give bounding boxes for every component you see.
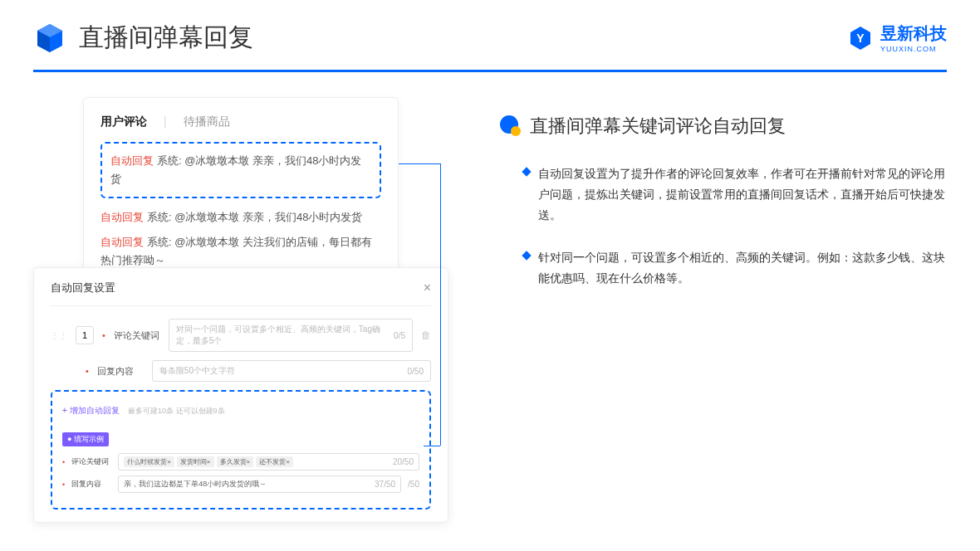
logo-subtitle: YUUXIN.COM <box>880 45 947 53</box>
speech-bubble-icon <box>498 115 522 138</box>
example-content-label: 回复内容 <box>71 479 111 490</box>
reply-item: 自动回复系统: @冰墩墩本墩 关注我们的店铺，每日都有热门推荐呦～ <box>100 233 381 270</box>
keyword-tag[interactable]: 还不发货× <box>256 456 293 467</box>
screenshot-panel: 用户评论 | 待播商品 自动回复系统: @冰墩墩本墩 亲亲，我们48小时内发货 … <box>33 97 465 512</box>
required-mark: • <box>62 458 65 466</box>
required-mark: • <box>86 366 89 376</box>
connector-line <box>399 163 440 164</box>
svg-text:Y: Y <box>856 32 865 45</box>
reply-item: 自动回复系统: @冰墩墩本墩 亲亲，我们48小时内发货 <box>110 152 371 188</box>
cube-icon <box>33 22 66 55</box>
page-header: 直播间弹幕回复 Y 昱新科技 YUUXIN.COM <box>0 0 980 63</box>
logo-icon: Y <box>847 25 874 51</box>
reply-item: 自动回复系统: @冰墩墩本墩 亲亲，我们48小时内发货 <box>100 208 381 227</box>
modal-header: 自动回复设置 × <box>51 280 431 306</box>
section-header: 直播间弹幕关键词评论自动回复 <box>498 114 947 139</box>
reply-text: 系统: @冰墩墩本墩 亲亲，我们48小时内发货 <box>147 211 363 223</box>
bullet-text: 针对同一个问题，可设置多个相近的、高频的关键词。例如：这款多少钱、这块能优惠吗、… <box>538 247 947 289</box>
section-title: 直播间弹幕关键词评论自动回复 <box>530 114 786 139</box>
svg-point-2 <box>511 126 521 136</box>
diamond-icon <box>522 251 531 260</box>
content-input[interactable]: 每条限50个中文字符 0/50 <box>152 360 431 382</box>
char-counter: 20/50 <box>393 457 414 466</box>
trash-icon[interactable]: 🗑 <box>421 329 431 341</box>
form-row-keyword: ⋮⋮ 1 • 评论关键词 对同一个问题，可设置多个相近、高频的关键词，Tag确定… <box>51 319 431 352</box>
keyword-label: 评论关键词 <box>114 329 160 342</box>
drag-handle-icon[interactable]: ⋮⋮ <box>51 331 67 340</box>
required-mark: • <box>62 480 65 489</box>
add-hint: 最多可建10条 还可以创建9条 <box>128 407 225 415</box>
example-content-input[interactable]: 亲，我们这边都是下单48小时内发货的哦～ 37/50 <box>118 475 401 493</box>
modal-title: 自动回复设置 <box>51 280 115 295</box>
keyword-tag[interactable]: 发货时间× <box>177 456 214 467</box>
char-counter: 37/50 <box>375 480 395 489</box>
tab-user-comments[interactable]: 用户评论 <box>100 115 147 129</box>
company-logo: Y 昱新科技 YUUXIN.COM <box>847 22 947 53</box>
keyword-tag[interactable]: 多久发货× <box>217 456 254 467</box>
comments-card: 用户评论 | 待播商品 自动回复系统: @冰墩墩本墩 亲亲，我们48小时内发货 … <box>83 97 399 294</box>
tab-products[interactable]: 待播商品 <box>184 115 230 129</box>
auto-reply-tag: 自动回复 <box>110 154 154 167</box>
char-counter: 0/5 <box>394 331 405 340</box>
auto-reply-tag: 自动回复 <box>100 211 144 223</box>
example-badge: ● 填写示例 <box>62 432 109 446</box>
keyword-input[interactable]: 对同一个问题，可设置多个相近、高频的关键词，Tag确定，最多5个 0/5 <box>169 319 413 352</box>
example-keyword-label: 评论关键词 <box>71 456 111 467</box>
example-keyword-input[interactable]: 什么时候发货× 发货时间× 多久发货× 还不发货× 20/50 <box>118 453 419 471</box>
keyword-tag[interactable]: 什么时候发货× <box>124 456 174 467</box>
page-title: 直播间弹幕回复 <box>79 21 253 55</box>
card-tabs: 用户评论 | 待播商品 <box>100 115 381 129</box>
bullet-item: 自动回复设置为了提升作者的评论回复效率，作者可在开播前针对常见的评论用户问题，提… <box>498 163 947 227</box>
char-counter: 0/50 <box>408 367 424 376</box>
content-label: 回复内容 <box>97 365 144 378</box>
input-placeholder: 对同一个问题，可设置多个相近、高频的关键词，Tag确定，最多5个 <box>176 324 394 347</box>
tab-divider: | <box>164 115 167 129</box>
header-left: 直播间弹幕回复 <box>33 21 253 55</box>
description-panel: 直播间弹幕关键词评论自动回复 自动回复设置为了提升作者的评论回复效率，作者可在开… <box>498 97 947 512</box>
auto-reply-tag: 自动回复 <box>100 236 144 248</box>
example-content-row: • 回复内容 亲，我们这边都是下单48小时内发货的哦～ 37/50 /50 <box>62 475 419 493</box>
form-row-content: • 回复内容 每条限50个中文字符 0/50 <box>51 360 431 382</box>
highlighted-reply: 自动回复系统: @冰墩墩本墩 亲亲，我们48小时内发货 <box>100 142 381 198</box>
side-counter: /50 <box>408 480 419 489</box>
required-mark: • <box>102 330 105 340</box>
example-content-value: 亲，我们这边都是下单48小时内发货的哦～ <box>124 479 267 490</box>
diamond-icon <box>522 167 531 176</box>
bullet-item: 针对同一个问题，可设置多个相近的、高频的关键词。例如：这款多少钱、这块能优惠吗、… <box>498 247 947 289</box>
logo-text: 昱新科技 <box>880 22 947 45</box>
settings-modal: 自动回复设置 × ⋮⋮ 1 • 评论关键词 对同一个问题，可设置多个相近、高频的… <box>33 267 448 523</box>
example-container: + 增加自动回复 最多可建10条 还可以创建9条 ● 填写示例 • 评论关键词 … <box>51 390 431 510</box>
example-keyword-row: • 评论关键词 什么时候发货× 发货时间× 多久发货× 还不发货× 20/50 <box>62 453 419 471</box>
tag-list: 什么时候发货× 发货时间× 多久发货× 还不发货× <box>124 456 293 467</box>
add-reply-link[interactable]: + 增加自动回复 <box>62 405 120 417</box>
close-icon[interactable]: × <box>424 280 431 295</box>
content-area: 用户评论 | 待播商品 自动回复系统: @冰墩墩本墩 亲亲，我们48小时内发货 … <box>0 72 980 537</box>
index-box: 1 <box>76 326 94 344</box>
input-placeholder: 每条限50个中文字符 <box>159 365 235 377</box>
bullet-text: 自动回复设置为了提升作者的评论回复效率，作者可在开播前针对常见的评论用户问题，提… <box>538 163 947 227</box>
